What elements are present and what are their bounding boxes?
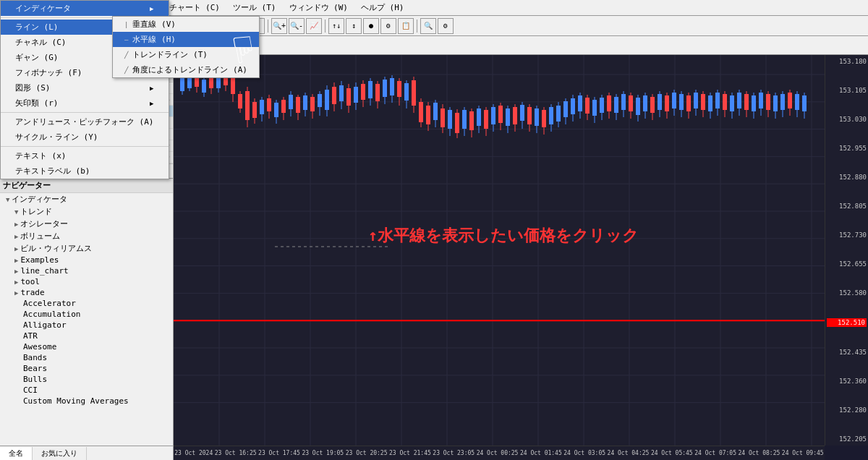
nav-volume[interactable]: ▶ ボリューム (0, 230, 173, 242)
price-152880: 152.880 (827, 174, 867, 181)
nav-indicator[interactable]: ▼ インディケータ (0, 193, 173, 205)
nav-accumulation[interactable]: Accumulation (0, 309, 173, 320)
svg-rect-53 (267, 98, 271, 111)
svg-rect-88 (390, 78, 394, 95)
svg-rect-70 (325, 90, 329, 110)
textlabel-label: テキストラベル (b) (15, 166, 90, 176)
zoom-out[interactable]: 🔍- (289, 18, 305, 34)
expand-examples: ▶ (14, 257, 18, 264)
nav-bears-label: Bears (23, 364, 47, 373)
horizontal-label: 水平線 (H) (132, 34, 176, 45)
svg-rect-188 (752, 95, 756, 111)
nav-trade[interactable]: ▶ trade (0, 287, 173, 298)
svg-rect-114 (484, 110, 488, 129)
menu-item-andrews[interactable]: アンドリュース・ピッチフォーク (A) (1, 114, 169, 129)
svg-rect-29 (180, 78, 184, 91)
time-0945: 24 Oct 09:45 (782, 450, 824, 456)
btn15[interactable]: ● (363, 18, 379, 34)
svg-rect-140 (578, 95, 582, 111)
time-0025: 24 Oct 00:25 (477, 450, 519, 456)
svg-rect-35 (202, 80, 206, 93)
bottom-tab-favorites[interactable]: お気に入り (33, 447, 87, 460)
sub-trendline[interactable]: ╱ トレンドライン (T) (113, 47, 259, 62)
bottom-tab-all[interactable]: 全名 (0, 447, 33, 460)
svg-rect-156 (636, 98, 640, 115)
menu-tools[interactable]: ツール (T) (227, 1, 282, 14)
zoom-in[interactable]: 🔍+ (271, 18, 287, 34)
btn17[interactable]: 📋 (398, 18, 414, 34)
price-153180: 153.180 (827, 58, 867, 65)
svg-rect-138 (571, 98, 575, 114)
svg-rect-174 (701, 94, 705, 110)
nav-alligator-label: Alligator (23, 320, 67, 330)
cycle-label: サイクル・ライン (Y) (15, 132, 98, 142)
btn14[interactable]: ↕ (346, 18, 362, 34)
svg-rect-122 (513, 107, 517, 124)
nav-linechart[interactable]: ▶ line_chart (0, 265, 173, 276)
nav-williams[interactable]: ▶ ビル・ウィリアムス (0, 242, 173, 255)
svg-rect-78 (354, 87, 358, 103)
nav-cci[interactable]: CCI (0, 385, 173, 396)
nav-awesome[interactable]: Awesome (0, 341, 173, 352)
nav-bulls[interactable]: Bulls (0, 374, 173, 385)
nav-linechart-label: line_chart (20, 266, 68, 276)
time-1905: 23 Oct 19:05 (302, 450, 344, 456)
nav-trade-label: trade (20, 288, 44, 297)
nav-bands[interactable]: Bands (0, 352, 173, 363)
nav-trend[interactable]: ▼ トレンド (0, 205, 173, 218)
svg-rect-178 (715, 93, 720, 108)
price-152280: 152.280 (827, 406, 867, 414)
svg-rect-90 (397, 81, 401, 97)
price-152510: 152.510 (827, 318, 867, 327)
time-2305: 23 Oct 23:05 (433, 450, 475, 456)
shapes-arrow: ▶ (150, 85, 153, 92)
settings-btn[interactable]: ⚙ (438, 18, 454, 34)
nav-custom-ma-label: Custom Moving Averages (23, 396, 129, 406)
menu-item-shapes[interactable]: 図形 (S) ▶ (1, 80, 169, 95)
expand-trade: ▶ (14, 289, 18, 297)
nav-alligator[interactable]: Alligator (0, 320, 173, 331)
time-2145: 23 Oct 21:45 (389, 450, 431, 456)
menu-item-textlabel[interactable]: テキストラベル (b) (1, 163, 169, 179)
svg-rect-184 (737, 93, 741, 108)
nav-custom-ma[interactable]: Custom Moving Averages (0, 396, 173, 406)
chart-area[interactable]: 153.180 153.105 153.030 152.955 152.880 … (174, 55, 868, 460)
svg-rect-142 (585, 98, 590, 114)
menu-item-text[interactable]: テキスト (x) (1, 148, 169, 163)
nav-oscillator[interactable]: ▶ オシレーター (0, 218, 173, 230)
svg-rect-102 (441, 108, 445, 127)
svg-rect-86 (383, 80, 387, 97)
fibonacci-label: フィボナッチ (F) (15, 67, 82, 78)
btn12[interactable]: 📈 (306, 18, 322, 34)
menu-window[interactable]: ウィンドウ (W) (284, 1, 354, 14)
nav-bears[interactable]: Bears (0, 363, 173, 374)
menu-item-indicator[interactable]: インディケータ ▶ (1, 1, 169, 16)
nav-accelerator-label: Accelerator (23, 299, 76, 308)
sub-vertical[interactable]: | 垂直線 (V) (113, 17, 259, 32)
nav-tool[interactable]: ▶ tool (0, 276, 173, 287)
indicator-arrow: ▶ (150, 5, 153, 12)
menu-chart[interactable]: チャート (C) (163, 1, 226, 14)
menu-help[interactable]: ヘルプ (H) (355, 1, 410, 14)
btn13[interactable]: ↑↓ (328, 18, 344, 34)
svg-rect-194 (773, 95, 778, 111)
navigator-header: ナビゲーター (0, 179, 173, 193)
svg-rect-168 (679, 94, 684, 110)
menu-item-cycle[interactable]: サイクル・ライン (Y) (1, 129, 169, 145)
nav-atr[interactable]: ATR (0, 331, 173, 341)
menu-item-arrows[interactable]: 矢印類 (r) ▶ (1, 95, 169, 111)
svg-rect-51 (260, 100, 264, 114)
sep7 (417, 20, 417, 33)
sub-horizontal[interactable]: — 水平線 (H) (113, 32, 259, 47)
search-btn[interactable]: 🔍 (420, 18, 436, 34)
btn16[interactable]: ⚙ (380, 18, 396, 34)
svg-rect-55 (274, 103, 278, 117)
svg-rect-100 (433, 103, 438, 120)
nav-examples[interactable]: ▶ Examples (0, 255, 173, 265)
nav-examples-label: Examples (20, 255, 59, 265)
nav-accelerator[interactable]: Accelerator (0, 298, 173, 309)
svg-rect-202 (802, 95, 807, 111)
sub-angle-trend[interactable]: ╱ 角度によるトレンドライン (A) (113, 62, 259, 77)
svg-rect-37 (209, 77, 213, 88)
svg-rect-118 (498, 106, 503, 123)
